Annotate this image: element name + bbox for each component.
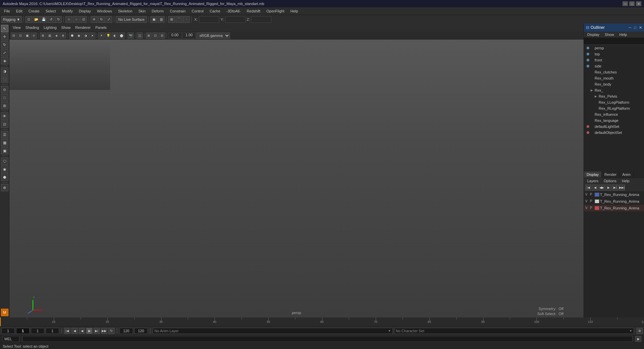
display-layers-button[interactable]: ☰ xyxy=(1,131,8,138)
menu-constrain[interactable]: Constrain xyxy=(167,8,188,14)
paint-button[interactable]: ⊡ xyxy=(80,16,87,23)
vp-smooth-button[interactable]: ◉ xyxy=(76,33,82,39)
menu-create[interactable]: Create xyxy=(26,8,42,14)
exposure-field[interactable]: 0.00 xyxy=(168,33,182,39)
snap-grid-button[interactable]: ⊞ xyxy=(168,16,175,23)
character-set-field[interactable]: No Character Set ▼ xyxy=(394,328,634,334)
anim-step-back-button[interactable]: ◀ xyxy=(592,185,598,191)
step-fwd-button[interactable]: ▶| xyxy=(94,328,100,334)
play-fwd-button[interactable]: ▶ xyxy=(86,328,92,334)
menu-display[interactable]: Display xyxy=(76,8,94,14)
vp-wireframe-button[interactable]: ⬢ xyxy=(69,33,75,39)
outliner-display-tab[interactable]: Display xyxy=(585,32,601,37)
tree-item-persp[interactable]: persp xyxy=(584,45,644,51)
menu-select[interactable]: Select xyxy=(43,8,59,14)
tree-item-top[interactable]: top xyxy=(584,51,644,57)
vp-tool1-button[interactable]: ⊞ xyxy=(146,33,152,39)
vp-panels-menu[interactable]: Panels xyxy=(93,25,109,30)
menu-redshift[interactable]: Redshift xyxy=(244,8,263,14)
layer-2-p[interactable]: P xyxy=(590,199,594,203)
layer-3-p[interactable]: P xyxy=(590,206,594,210)
anim-next-key-button[interactable]: ▶▶| xyxy=(619,185,625,191)
menu-cache[interactable]: Cache xyxy=(207,8,223,14)
rigging-dropdown[interactable]: Rigging ▼ xyxy=(1,16,22,23)
mel-execute-button[interactable]: ▶ xyxy=(635,336,641,342)
select-mode-button[interactable]: ↖ xyxy=(1,25,8,32)
menu-openflight[interactable]: OpenFlight xyxy=(264,8,287,14)
start-frame-field[interactable]: 1 xyxy=(1,328,15,334)
play-back-button[interactable]: ◀ xyxy=(79,328,85,334)
help-subtab[interactable]: Help xyxy=(620,179,632,183)
vp-ao-button[interactable]: ⬤ xyxy=(119,33,125,39)
tree-item-rex-language[interactable]: Rex_language xyxy=(584,117,644,123)
outliner-show-tab[interactable]: Show xyxy=(603,32,616,37)
render-tab[interactable]: Render xyxy=(602,171,619,178)
layer-1-p[interactable]: P xyxy=(590,193,594,197)
vp-tool2-button[interactable]: ⊡ xyxy=(152,33,158,39)
tree-item-rex-clutches[interactable]: Rex_clutches xyxy=(584,69,644,75)
snap-curve-button[interactable]: ⌒ xyxy=(176,16,182,23)
outliner-help-tab[interactable]: Help xyxy=(617,32,629,37)
menu-control[interactable]: Control xyxy=(189,8,206,14)
prev-key-button[interactable]: |◀ xyxy=(64,328,70,334)
move-button[interactable]: ✛ xyxy=(91,16,97,23)
snap-grids-button[interactable]: ⊞ xyxy=(1,102,8,109)
vp-frame-sel-button[interactable]: ▣ xyxy=(24,33,30,39)
layer-2-vis[interactable]: V xyxy=(585,199,589,203)
close-button[interactable]: ✕ xyxy=(636,1,641,6)
tree-item-rex-llegplatform[interactable]: Rex_LLegPlatform xyxy=(584,99,644,105)
vp-grid-button[interactable]: ⊞ xyxy=(40,33,46,39)
end-range-field[interactable]: 120 xyxy=(120,328,133,334)
open-button[interactable]: 📂 xyxy=(33,16,40,23)
vp-select-cam-button[interactable]: ⊟ xyxy=(11,33,17,39)
layer-2-color[interactable] xyxy=(595,199,599,203)
shading-button[interactable]: ◉ xyxy=(1,165,8,173)
menu-edit[interactable]: Edit xyxy=(13,8,25,14)
anim-play-fwd-button[interactable]: ▶ xyxy=(605,185,611,191)
frame-field-2[interactable]: 1 xyxy=(31,328,44,334)
menu-3dtoall[interactable]: -3DtoAll- xyxy=(224,8,243,14)
tree-item-side[interactable]: side xyxy=(584,63,644,69)
vp-show-menu[interactable]: Show xyxy=(59,25,73,30)
layers-subtab[interactable]: Layers xyxy=(585,179,600,183)
tree-item-rex-pelvis[interactable]: ▶ Rex_Pelvis xyxy=(584,93,644,99)
rotate-button[interactable]: ↻ xyxy=(98,16,105,23)
vp-shade-button[interactable]: ◑ xyxy=(83,33,89,39)
new-button[interactable]: 🗋 xyxy=(26,16,32,23)
anim-step-fwd-button[interactable]: ▶| xyxy=(612,185,618,191)
layer-1-color[interactable] xyxy=(595,193,599,197)
current-frame-field[interactable]: 1 xyxy=(16,328,30,334)
layer-row-2[interactable]: V P T_Rex_Running_Anima xyxy=(584,198,644,205)
layer-row-3[interactable]: V P T_Rex_Running_Anima xyxy=(584,205,644,211)
step-back-button[interactable]: ◀ xyxy=(72,328,78,334)
anim-play-back-button[interactable]: ◀▶ xyxy=(599,185,605,191)
y-coord-field[interactable] xyxy=(225,16,245,23)
redo-button[interactable]: ↻ xyxy=(55,16,62,23)
mel-field[interactable]: MEL xyxy=(3,336,19,342)
xray-button[interactable]: ⬡ xyxy=(1,157,8,165)
tree-item-rex-body[interactable]: Rex_body xyxy=(584,81,644,87)
vp-snap-button[interactable]: ⊙ xyxy=(31,33,37,39)
outliner-minimize-button[interactable]: ─ xyxy=(629,26,632,30)
outliner-maximize-button[interactable]: □ xyxy=(634,26,636,30)
z-coord-field[interactable] xyxy=(251,16,271,23)
ipr-button[interactable]: ▥ xyxy=(158,16,165,23)
menu-deform[interactable]: Deform xyxy=(149,8,167,14)
vp-shading-menu[interactable]: Shading xyxy=(24,25,41,30)
vp-tool3-button[interactable]: ⊟ xyxy=(159,33,165,39)
menu-modify[interactable]: Modify xyxy=(59,8,75,14)
layer-3-vis[interactable]: V xyxy=(585,206,589,210)
tree-item-rex[interactable]: ▶ Rex_ xyxy=(584,87,644,93)
vp-light1-button[interactable]: ☀ xyxy=(98,33,104,39)
menu-help[interactable]: Help xyxy=(288,8,301,14)
viewport[interactable]: View Shading Lighting Show Renderer Pane… xyxy=(9,23,584,317)
outliner-close-button[interactable]: ✕ xyxy=(639,26,642,30)
gamma-value-field[interactable]: 1.00 xyxy=(182,33,196,39)
undo-button[interactable]: ↺ xyxy=(48,16,54,23)
tree-item-rex-rlegplatform[interactable]: Rex_RLegPlatform xyxy=(584,105,644,111)
select-tool-button[interactable]: ⊹ xyxy=(65,16,72,23)
lasso-button[interactable]: ○ xyxy=(73,16,80,23)
anim-prev-key-button[interactable]: |◀ xyxy=(585,185,591,191)
vp-lighting-menu[interactable]: Lighting xyxy=(42,25,59,30)
measure-button[interactable]: ⊡ xyxy=(1,120,8,128)
